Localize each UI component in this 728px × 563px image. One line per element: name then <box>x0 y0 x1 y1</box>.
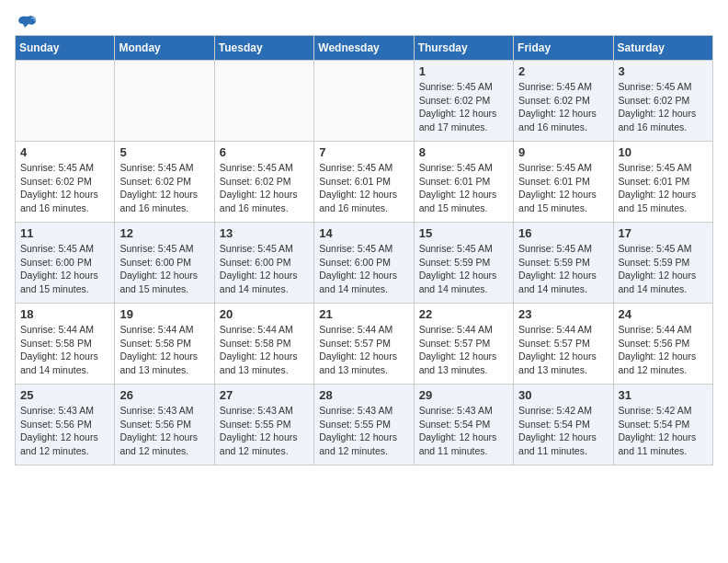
calendar-cell <box>115 61 214 142</box>
calendar-cell: 14Sunrise: 5:45 AM Sunset: 6:00 PM Dayli… <box>314 223 414 304</box>
day-number: 11 <box>20 226 109 240</box>
day-info: Sunrise: 5:45 AM Sunset: 6:01 PM Dayligh… <box>319 161 408 215</box>
calendar-week-4: 18Sunrise: 5:44 AM Sunset: 5:58 PM Dayli… <box>16 304 713 385</box>
calendar-cell: 3Sunrise: 5:45 AM Sunset: 6:02 PM Daylig… <box>613 61 712 142</box>
day-info: Sunrise: 5:45 AM Sunset: 6:00 PM Dayligh… <box>220 242 309 296</box>
header-thursday: Thursday <box>414 36 513 61</box>
day-info: Sunrise: 5:44 AM Sunset: 5:58 PM Dayligh… <box>20 323 109 377</box>
logo-bird-icon <box>17 15 38 31</box>
day-number: 4 <box>20 145 109 159</box>
calendar-cell: 8Sunrise: 5:45 AM Sunset: 6:01 PM Daylig… <box>414 142 513 223</box>
calendar-cell <box>314 61 414 142</box>
day-info: Sunrise: 5:45 AM Sunset: 6:01 PM Dayligh… <box>419 161 508 215</box>
calendar-week-3: 11Sunrise: 5:45 AM Sunset: 6:00 PM Dayli… <box>16 223 713 304</box>
day-info: Sunrise: 5:45 AM Sunset: 6:01 PM Dayligh… <box>518 161 608 215</box>
day-number: 1 <box>419 64 508 78</box>
day-number: 31 <box>619 388 708 402</box>
day-number: 3 <box>619 64 708 78</box>
day-info: Sunrise: 5:45 AM Sunset: 5:59 PM Dayligh… <box>619 242 708 296</box>
day-number: 21 <box>319 307 408 321</box>
calendar-cell: 25Sunrise: 5:43 AM Sunset: 5:56 PM Dayli… <box>16 385 115 465</box>
day-number: 29 <box>419 388 508 402</box>
day-info: Sunrise: 5:45 AM Sunset: 6:02 PM Dayligh… <box>419 80 508 134</box>
header-wednesday: Wednesday <box>314 36 414 61</box>
day-number: 18 <box>20 307 109 321</box>
calendar-cell: 27Sunrise: 5:43 AM Sunset: 5:55 PM Dayli… <box>214 385 313 465</box>
calendar-cell: 6Sunrise: 5:45 AM Sunset: 6:02 PM Daylig… <box>214 142 313 223</box>
day-number: 2 <box>518 64 608 78</box>
day-number: 5 <box>119 145 209 159</box>
calendar-cell: 20Sunrise: 5:44 AM Sunset: 5:58 PM Dayli… <box>214 304 313 385</box>
calendar-cell: 19Sunrise: 5:44 AM Sunset: 5:58 PM Dayli… <box>115 304 214 385</box>
day-info: Sunrise: 5:45 AM Sunset: 6:02 PM Dayligh… <box>119 161 209 215</box>
calendar-cell: 7Sunrise: 5:45 AM Sunset: 6:01 PM Daylig… <box>314 142 414 223</box>
calendar-table: SundayMondayTuesdayWednesdayThursdayFrid… <box>15 35 713 465</box>
day-info: Sunrise: 5:45 AM Sunset: 5:59 PM Dayligh… <box>518 242 608 296</box>
calendar-cell: 23Sunrise: 5:44 AM Sunset: 5:57 PM Dayli… <box>514 304 613 385</box>
day-info: Sunrise: 5:44 AM Sunset: 5:56 PM Dayligh… <box>619 323 708 377</box>
calendar-week-5: 25Sunrise: 5:43 AM Sunset: 5:56 PM Dayli… <box>16 385 713 465</box>
calendar-cell <box>214 61 313 142</box>
day-info: Sunrise: 5:42 AM Sunset: 5:54 PM Dayligh… <box>619 404 708 458</box>
day-number: 14 <box>319 226 408 240</box>
day-number: 30 <box>518 388 608 402</box>
day-number: 16 <box>518 226 608 240</box>
day-number: 27 <box>220 388 309 402</box>
day-info: Sunrise: 5:45 AM Sunset: 6:02 PM Dayligh… <box>20 161 109 215</box>
day-number: 24 <box>619 307 708 321</box>
header-sunday: Sunday <box>16 36 115 61</box>
calendar-cell: 30Sunrise: 5:42 AM Sunset: 5:54 PM Dayli… <box>514 385 613 465</box>
calendar-cell: 17Sunrise: 5:45 AM Sunset: 5:59 PM Dayli… <box>613 223 712 304</box>
calendar-cell: 9Sunrise: 5:45 AM Sunset: 6:01 PM Daylig… <box>514 142 613 223</box>
calendar-cell: 5Sunrise: 5:45 AM Sunset: 6:02 PM Daylig… <box>115 142 214 223</box>
calendar-cell: 13Sunrise: 5:45 AM Sunset: 6:00 PM Dayli… <box>214 223 313 304</box>
day-info: Sunrise: 5:45 AM Sunset: 6:00 PM Dayligh… <box>119 242 209 296</box>
day-number: 17 <box>619 226 708 240</box>
day-number: 26 <box>119 388 209 402</box>
day-number: 22 <box>419 307 508 321</box>
calendar-cell: 21Sunrise: 5:44 AM Sunset: 5:57 PM Dayli… <box>314 304 414 385</box>
calendar-cell: 12Sunrise: 5:45 AM Sunset: 6:00 PM Dayli… <box>115 223 214 304</box>
day-number: 20 <box>220 307 309 321</box>
day-info: Sunrise: 5:43 AM Sunset: 5:56 PM Dayligh… <box>20 404 109 458</box>
day-number: 7 <box>319 145 408 159</box>
day-info: Sunrise: 5:44 AM Sunset: 5:57 PM Dayligh… <box>518 323 608 377</box>
calendar-cell: 31Sunrise: 5:42 AM Sunset: 5:54 PM Dayli… <box>613 385 712 465</box>
calendar-cell: 1Sunrise: 5:45 AM Sunset: 6:02 PM Daylig… <box>414 61 513 142</box>
calendar-cell: 18Sunrise: 5:44 AM Sunset: 5:58 PM Dayli… <box>16 304 115 385</box>
calendar-cell: 15Sunrise: 5:45 AM Sunset: 5:59 PM Dayli… <box>414 223 513 304</box>
day-info: Sunrise: 5:45 AM Sunset: 6:00 PM Dayligh… <box>20 242 109 296</box>
day-info: Sunrise: 5:44 AM Sunset: 5:57 PM Dayligh… <box>319 323 408 377</box>
day-number: 6 <box>220 145 309 159</box>
calendar-cell: 11Sunrise: 5:45 AM Sunset: 6:00 PM Dayli… <box>16 223 115 304</box>
calendar-header-row: SundayMondayTuesdayWednesdayThursdayFrid… <box>16 36 713 61</box>
day-number: 15 <box>419 226 508 240</box>
day-info: Sunrise: 5:45 AM Sunset: 6:02 PM Dayligh… <box>518 80 608 134</box>
day-info: Sunrise: 5:45 AM Sunset: 5:59 PM Dayligh… <box>419 242 508 296</box>
calendar-cell: 28Sunrise: 5:43 AM Sunset: 5:55 PM Dayli… <box>314 385 414 465</box>
calendar-week-2: 4Sunrise: 5:45 AM Sunset: 6:02 PM Daylig… <box>16 142 713 223</box>
day-number: 9 <box>518 145 608 159</box>
day-info: Sunrise: 5:45 AM Sunset: 6:02 PM Dayligh… <box>619 80 708 134</box>
calendar-cell: 16Sunrise: 5:45 AM Sunset: 5:59 PM Dayli… <box>514 223 613 304</box>
day-number: 10 <box>619 145 708 159</box>
page-header <box>15 15 713 28</box>
day-info: Sunrise: 5:43 AM Sunset: 5:55 PM Dayligh… <box>220 404 309 458</box>
calendar-week-1: 1Sunrise: 5:45 AM Sunset: 6:02 PM Daylig… <box>16 61 713 142</box>
calendar-cell: 2Sunrise: 5:45 AM Sunset: 6:02 PM Daylig… <box>514 61 613 142</box>
header-saturday: Saturday <box>613 36 712 61</box>
header-friday: Friday <box>514 36 613 61</box>
calendar-cell <box>16 61 115 142</box>
logo <box>15 15 38 28</box>
day-info: Sunrise: 5:42 AM Sunset: 5:54 PM Dayligh… <box>518 404 608 458</box>
day-info: Sunrise: 5:44 AM Sunset: 5:57 PM Dayligh… <box>419 323 508 377</box>
day-info: Sunrise: 5:44 AM Sunset: 5:58 PM Dayligh… <box>220 323 309 377</box>
header-monday: Monday <box>115 36 214 61</box>
day-info: Sunrise: 5:43 AM Sunset: 5:54 PM Dayligh… <box>419 404 508 458</box>
day-info: Sunrise: 5:44 AM Sunset: 5:58 PM Dayligh… <box>119 323 209 377</box>
calendar-cell: 26Sunrise: 5:43 AM Sunset: 5:56 PM Dayli… <box>115 385 214 465</box>
day-number: 12 <box>119 226 209 240</box>
day-number: 19 <box>119 307 209 321</box>
day-info: Sunrise: 5:45 AM Sunset: 6:01 PM Dayligh… <box>619 161 708 215</box>
calendar-cell: 10Sunrise: 5:45 AM Sunset: 6:01 PM Dayli… <box>613 142 712 223</box>
